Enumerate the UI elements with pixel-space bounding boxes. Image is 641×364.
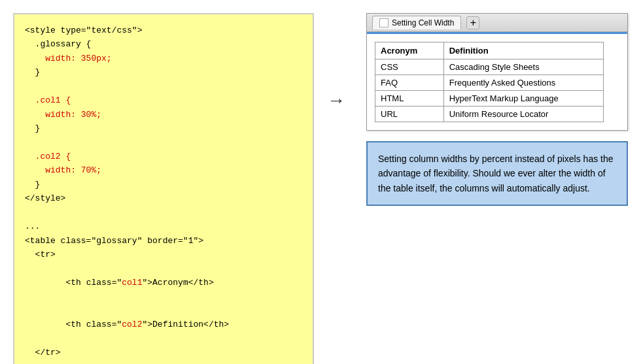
cell-definition: HyperText Markup Language	[443, 91, 603, 107]
browser-tab[interactable]: Setting Cell Width	[372, 16, 461, 29]
code-line-17: <tr>	[25, 248, 302, 261]
code-line-20: </tr>	[25, 346, 302, 359]
code-panel: <style type="text/css"> .glossary { widt…	[13, 13, 314, 364]
cell-definition: Frequently Asked Questions	[443, 75, 603, 91]
code-line-6: .col1 {	[25, 93, 302, 107]
table-row: HTMLHyperText Markup Language	[375, 91, 604, 107]
code-line-9	[25, 136, 302, 150]
code-line-14	[25, 206, 302, 220]
code-line-7: width: 30%;	[25, 108, 302, 122]
code-line-10: .col2 {	[25, 150, 302, 163]
info-box: Setting column widths by percent instead…	[366, 141, 628, 206]
code-line-21	[25, 360, 302, 365]
table-row: FAQFrequently Asked Questions	[375, 75, 604, 91]
code-line-3: width: 350px;	[25, 52, 302, 65]
cell-acronym: FAQ	[375, 75, 444, 91]
code-line-2: .glossary {	[25, 37, 302, 51]
cell-definition: Cascading Style Sheets	[443, 59, 603, 75]
col-header-definition: Definition	[443, 42, 603, 59]
col-header-acronym: Acronym	[375, 42, 444, 59]
cell-acronym: CSS	[375, 59, 444, 75]
new-tab-button[interactable]: +	[466, 16, 479, 29]
code-line-1: <style type="text/css">	[25, 24, 302, 37]
code-line-12: }	[25, 178, 302, 191]
arrow-icon: →	[327, 91, 345, 110]
cell-acronym: URL	[375, 107, 444, 122]
browser-tab-label: Setting Cell Width	[392, 18, 454, 27]
code-line-16: <table class="glossary" border="1">	[25, 234, 302, 248]
code-line-8: }	[25, 122, 302, 135]
info-box-text: Setting column widths by percent instead…	[378, 154, 614, 193]
code-line-5	[25, 80, 302, 93]
code-line-4: }	[25, 65, 302, 79]
browser-titlebar: Setting Cell Width +	[367, 14, 627, 32]
arrow-container: →	[327, 13, 353, 110]
table-row: URLUniform Resource Locator	[375, 107, 604, 122]
glossary-table: Acronym Definition CSSCascading Style Sh…	[375, 42, 604, 122]
code-line-13: </style>	[25, 191, 302, 205]
code-line-19: <th class="col2">Definition</th>	[25, 304, 302, 346]
cell-definition: Uniform Resource Locator	[443, 107, 603, 122]
browser-window: Setting Cell Width + Acronym Definition …	[366, 13, 628, 131]
browser-content: Acronym Definition CSSCascading Style Sh…	[367, 32, 627, 130]
tab-icon	[379, 18, 389, 27]
table-header-row: Acronym Definition	[375, 42, 604, 59]
code-line-11: width: 70%;	[25, 163, 302, 177]
cell-acronym: HTML	[375, 91, 444, 107]
table-row: CSSCascading Style Sheets	[375, 59, 604, 75]
code-line-15: ...	[25, 220, 302, 233]
code-line-18: <th class="col1">Acronym</th>	[25, 261, 302, 303]
right-panel: Setting Cell Width + Acronym Definition …	[366, 13, 628, 206]
